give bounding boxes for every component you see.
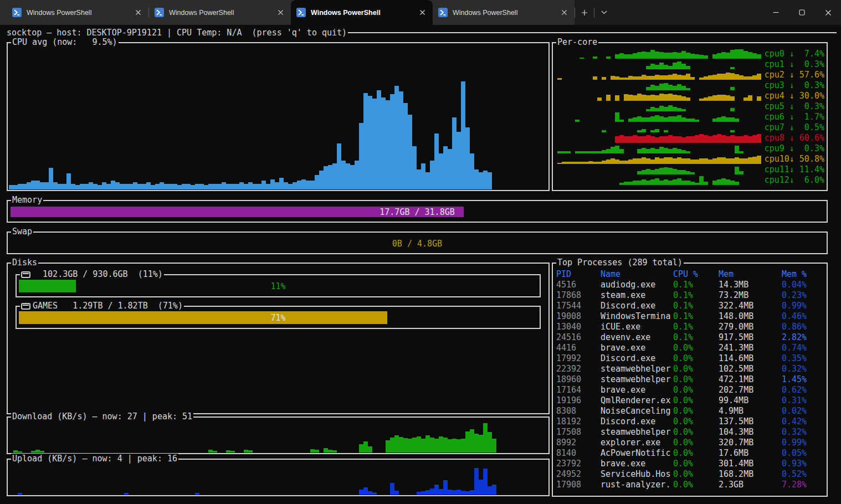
spark-bar [677, 108, 681, 111]
spark-bar [708, 96, 712, 101]
spark-bar [562, 151, 566, 153]
spark-bar [615, 95, 619, 101]
spark-bar [664, 65, 668, 69]
cell-pid: 24516 [556, 332, 581, 343]
spark-bar [9, 185, 13, 189]
spark-bar [650, 179, 655, 185]
spark-bar [584, 162, 588, 164]
cell-mem: 917.5MB [719, 332, 753, 343]
tab-windows-powershell-1[interactable]: Windows PowerShell [7, 0, 148, 25]
spark-bar [646, 149, 650, 153]
cell-name: NoiseCanceling [601, 406, 670, 416]
core-row-cpu3: cpu3 ↓ 0.3% [553, 80, 827, 91]
tab-windows-powershell-2[interactable]: Windows PowerShell [149, 0, 291, 25]
tab-close-icon[interactable] [275, 8, 285, 18]
cell-mem-pct: 0.46% [782, 311, 807, 322]
disk-drive-icon [21, 303, 30, 310]
tab-dropdown-button[interactable] [594, 0, 613, 25]
tab-close-icon[interactable] [417, 8, 427, 18]
spark-bar [673, 86, 677, 90]
cell-mem: 241.3MB [719, 343, 753, 353]
spark-bar [425, 172, 430, 189]
spark-bar [239, 182, 244, 189]
spark-bar [686, 97, 690, 101]
close-button[interactable] [815, 0, 841, 25]
spark-bar [146, 182, 151, 189]
spark-bar [668, 105, 673, 111]
swap-title: Swap [11, 227, 33, 237]
spark-bar [624, 136, 628, 143]
spark-bar [735, 157, 739, 164]
swap-panel: Swap 0B / 4.8GB [7, 232, 828, 254]
core-label-cpu4: cpu4 ↓ 30.0% [765, 91, 824, 101]
spark-bar [735, 136, 739, 143]
spark-bar [593, 151, 597, 153]
spark-bar [677, 75, 681, 80]
spark-bar [704, 182, 708, 185]
spark-bar [668, 157, 673, 164]
close-icon [825, 9, 832, 16]
spark-bar [584, 151, 588, 153]
spark-bar [664, 107, 668, 111]
spark-bar [439, 153, 443, 189]
spark-bar [399, 91, 403, 189]
top-processes-panel: Top Processes (289 total) PIDNameCPU %Me… [552, 263, 828, 497]
spark-bar [681, 75, 686, 80]
spark-bar [470, 490, 474, 495]
spark-bar [637, 130, 642, 132]
cell-cpu-pct: 0.0% [673, 480, 693, 490]
spark-bar [606, 56, 611, 59]
cell-mem: 202.7MB [719, 385, 753, 395]
spark-bar [452, 439, 457, 452]
spark-bar [465, 127, 470, 189]
minimize-button[interactable] [763, 0, 789, 25]
cell-pid: 18192 [556, 416, 581, 427]
spark-bar [372, 492, 377, 495]
spark-bar [686, 171, 690, 174]
process-row: 23792brave.exe0.0%301.4MB0.93% [553, 459, 827, 469]
spark-bar [637, 158, 642, 164]
spark-bar [655, 86, 659, 90]
tab-label: Windows PowerShell [27, 9, 133, 17]
core-sparkline-cpu3 [557, 80, 761, 90]
powershell-icon [12, 8, 22, 17]
memory-gauge: 17.7GB / 31.8GB [11, 207, 824, 217]
cell-pid: 22392 [556, 364, 581, 374]
spark-bar [394, 491, 399, 495]
spark-bar [690, 182, 695, 185]
new-tab-button[interactable] [575, 0, 594, 25]
spark-bar [704, 135, 708, 143]
cell-pid: 17868 [556, 290, 581, 301]
process-row: 17992Discord.exe0.0%114.6MB0.35% [553, 353, 827, 364]
spark-bar [690, 54, 695, 59]
cell-name: steamwebhelper [601, 374, 670, 385]
spark-bar [619, 120, 624, 122]
spark-bar [624, 161, 628, 164]
spark-bar [611, 147, 615, 153]
spark-bar [686, 53, 690, 59]
cell-cpu-pct: 0.1% [673, 332, 693, 343]
spark-bar [279, 178, 284, 189]
spark-bar [642, 117, 646, 122]
cell-mem-pct: 0.93% [782, 459, 807, 469]
spark-bar [686, 119, 690, 122]
cell-mem-pct: 0.23% [782, 290, 807, 301]
per-core-panel: Per-core cpu0 ↓ 7.4%cpu1 ↓ 0.3%cpu2 ↓ 57… [552, 42, 828, 191]
spark-bar [646, 76, 650, 80]
spark-bar [204, 185, 208, 189]
column-header-pid: PID [556, 269, 571, 280]
spark-bar [659, 116, 664, 122]
maximize-button[interactable] [789, 0, 815, 25]
tab-close-icon[interactable] [559, 8, 569, 18]
core-label-cpu0: cpu0 ↓ 7.4% [765, 49, 824, 59]
spark-bar [650, 107, 655, 111]
spark-bar [743, 76, 748, 80]
tab-windows-powershell-4[interactable]: Windows PowerShell [433, 0, 575, 25]
spark-bar [673, 63, 677, 69]
spark-bar [434, 133, 439, 189]
tab-windows-powershell-3-active[interactable]: Windows PowerShell [291, 0, 433, 25]
tab-close-icon[interactable] [133, 8, 143, 18]
spark-bar [230, 184, 235, 189]
spark-bar [686, 88, 690, 90]
spark-bar [368, 446, 372, 452]
